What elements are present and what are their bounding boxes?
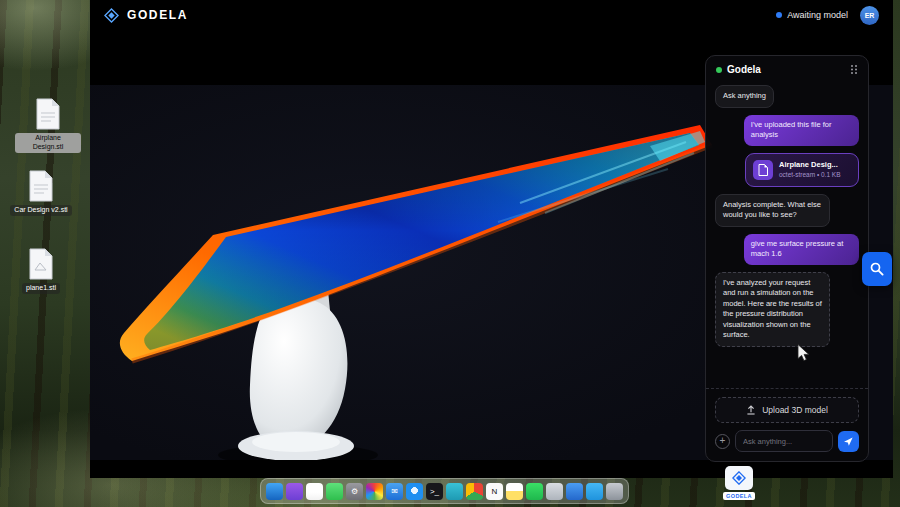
- app-brand: GODELA: [104, 8, 188, 23]
- dock-app-terminal-icon[interactable]: >_: [426, 483, 443, 500]
- assistant-message: Ask anything: [715, 85, 774, 108]
- desktop-file-label: Car Design v2.stl: [10, 205, 71, 216]
- dock-app-notion-icon[interactable]: N: [486, 483, 503, 500]
- dock-app-settings-icon[interactable]: ⚙: [346, 483, 363, 500]
- dock-app-glyph: N: [492, 487, 498, 496]
- chat-panel: Godela Ask anything I've uploaded this f…: [705, 55, 869, 462]
- dock-app-bluefile-icon[interactable]: [566, 483, 583, 500]
- godela-logo-icon: [104, 8, 119, 23]
- desktop-file-car-design[interactable]: Car Design v2.stl: [8, 170, 74, 216]
- godela-app-icon: [725, 466, 753, 490]
- file-meta: octet-stream • 0.1 KB: [779, 171, 841, 179]
- desktop-file-label: Airplane Design.stl: [15, 133, 81, 153]
- dock-app-calendar-icon[interactable]: [306, 483, 323, 500]
- send-plane-icon: [843, 436, 854, 447]
- dock-app-docker-icon[interactable]: [446, 483, 463, 500]
- desktop-file-plane1[interactable]: plane1.stl: [8, 248, 74, 294]
- dock-app-notes-icon[interactable]: [506, 483, 523, 500]
- send-button[interactable]: [838, 431, 859, 452]
- dock: ⚙✉>_N: [260, 478, 629, 504]
- document-icon: [28, 170, 54, 202]
- user-avatar[interactable]: ER: [860, 6, 879, 25]
- desktop: { "colors": { "accent_blue": "#1f6bf2", …: [0, 0, 900, 507]
- assistant-message-streaming: I've analyzed your request and run a sim…: [715, 272, 830, 347]
- upload-icon: [746, 405, 756, 415]
- chat-messages: Ask anything I've uploaded this file for…: [706, 81, 868, 388]
- chat-input-row: +: [715, 430, 859, 452]
- dock-app-safari-icon[interactable]: [406, 483, 423, 500]
- status-text: Awaiting model: [787, 10, 848, 20]
- upload-3d-model-button[interactable]: Upload 3D model: [715, 397, 859, 423]
- file-name: Airplane Desig...: [779, 160, 841, 169]
- dock-app-glyph: ⚙: [351, 487, 358, 496]
- dock-app-mail-icon[interactable]: ✉: [386, 483, 403, 500]
- user-message: I've uploaded this file for analysis: [744, 115, 859, 146]
- dock-app-telegram-icon[interactable]: [586, 483, 603, 500]
- assistant-message: Analysis complete. What else would you l…: [715, 194, 830, 227]
- file-type-icon: [753, 160, 773, 180]
- file-info: Airplane Desig... octet-stream • 0.1 KB: [779, 160, 841, 179]
- desktop-file-label: plane1.stl: [22, 283, 60, 294]
- dock-app-trash-icon[interactable]: [606, 483, 623, 500]
- uploaded-file-card[interactable]: Airplane Desig... octet-stream • 0.1 KB: [745, 153, 859, 187]
- chat-menu-button[interactable]: [850, 64, 858, 75]
- status-dot-icon: [776, 12, 782, 18]
- document-icon: [35, 98, 61, 130]
- desktop-godela-shortcut[interactable]: GODELA: [719, 466, 759, 500]
- document-icon: [28, 248, 54, 280]
- upload-button-label: Upload 3D model: [762, 405, 828, 415]
- chat-footer: Upload 3D model +: [706, 388, 868, 461]
- dock-app-messages-icon[interactable]: [326, 483, 343, 500]
- godela-app-window: GODELA Awaiting model ER: [90, 0, 893, 478]
- chat-input[interactable]: [735, 430, 833, 452]
- dock-app-whatsapp-icon[interactable]: [526, 483, 543, 500]
- dock-app-preview-icon[interactable]: [546, 483, 563, 500]
- grid-dots-icon: [850, 64, 858, 75]
- model-status: Awaiting model: [776, 10, 848, 20]
- online-dot-icon: [716, 67, 722, 73]
- app-title: GODELA: [127, 8, 188, 22]
- user-message: give me surface pressure at mach 1.6: [744, 234, 859, 265]
- desktop-file-airplane-design[interactable]: Airplane Design.stl: [15, 98, 81, 153]
- dock-app-photos-icon[interactable]: [366, 483, 383, 500]
- dock-app-music-icon[interactable]: [286, 483, 303, 500]
- magnifier-icon: [869, 261, 885, 277]
- app-topbar: GODELA Awaiting model ER: [90, 0, 893, 30]
- chat-title: Godela: [727, 64, 761, 75]
- attach-button[interactable]: +: [715, 434, 730, 449]
- search-fab-button[interactable]: [862, 252, 892, 286]
- dock-app-glyph: >_: [430, 487, 439, 496]
- dock-app-glyph: ✉: [391, 487, 398, 496]
- godela-shortcut-label: GODELA: [723, 492, 755, 500]
- chat-header: Godela: [706, 56, 868, 81]
- dock-app-chrome-icon[interactable]: [466, 483, 483, 500]
- dock-app-finder-icon[interactable]: [266, 483, 283, 500]
